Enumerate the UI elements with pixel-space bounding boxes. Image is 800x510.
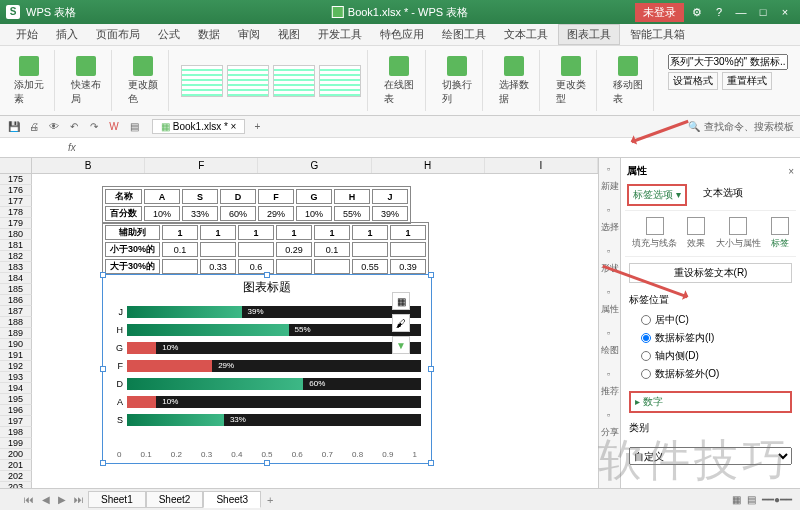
data-table-2[interactable]: 辅助列1111111小于30%的0.10.290.1大于30%的0.330.60… xyxy=(102,222,429,277)
doc-title: Book1.xlsx * - WPS 表格 xyxy=(348,5,468,20)
ruler-icon[interactable]: ▤ xyxy=(126,119,142,135)
side-分享[interactable]: ▫分享 xyxy=(601,410,619,439)
fx-icon[interactable]: fx xyxy=(60,142,84,153)
app-logo: S xyxy=(6,5,20,19)
chart-title[interactable]: 图表标题 xyxy=(103,275,431,300)
side-新建[interactable]: ▫新建 xyxy=(601,164,619,193)
undo-icon[interactable]: ↶ xyxy=(66,119,82,135)
col-headers: BFGHI xyxy=(0,158,598,174)
help-icon[interactable]: ? xyxy=(710,6,728,18)
workbook-tab[interactable]: ▦ Book1.xlsx * × xyxy=(152,119,245,134)
chart-styles-button[interactable]: 🖌 xyxy=(392,314,410,332)
preview-icon[interactable]: 👁 xyxy=(46,119,62,135)
side-绘图[interactable]: ▫绘图 xyxy=(601,328,619,357)
minimize-button[interactable]: — xyxy=(732,6,750,18)
zoom-slider[interactable]: ━━●━━ xyxy=(762,494,792,505)
sheet-nav-prev[interactable]: ◀ xyxy=(38,494,54,505)
chart-filter-button[interactable]: ▼ xyxy=(392,336,410,354)
label-pos-0[interactable]: 居中(C) xyxy=(629,311,792,329)
side-选择[interactable]: ▫选择 xyxy=(601,205,619,234)
select-data-button[interactable]: 选择数据 xyxy=(495,54,533,108)
chart-elements-button[interactable]: ▦ xyxy=(392,292,410,310)
chart-side-tools: ▦ 🖌 ▼ xyxy=(392,292,412,354)
series-selector[interactable] xyxy=(668,54,788,70)
settings-icon[interactable]: ⚙ xyxy=(688,6,706,19)
redo-icon[interactable]: ↷ xyxy=(86,119,102,135)
prop-icon-效果[interactable]: 效果 xyxy=(687,217,705,250)
ribbon: 添加元素 快速布局 更改颜色 在线图表 切换行列 选择数据 更改类型 移动图表 … xyxy=(0,46,800,116)
menu-开发工具[interactable]: 开发工具 xyxy=(310,25,370,44)
side-属性[interactable]: ▫属性 xyxy=(601,287,619,316)
label-options-tab[interactable]: 标签选项 ▾ xyxy=(627,184,687,206)
side-icon-bar: ▫新建▫选择▫形状▫属性▫绘图▫推荐▫分享 xyxy=(598,158,620,496)
new-tab-button[interactable]: + xyxy=(249,119,265,135)
chart-x-axis: 00.10.20.30.40.50.60.70.80.91 xyxy=(103,450,431,459)
menu-开始[interactable]: 开始 xyxy=(8,25,46,44)
chart-plot-area[interactable]: J39%H55%G10%F29%D60%A10%S33% xyxy=(103,300,431,450)
category-label: 类别 xyxy=(629,421,792,435)
sheet-tab-Sheet1[interactable]: Sheet1 xyxy=(88,491,146,508)
titlebar: S WPS 表格 Book1.xlsx * - WPS 表格 未登录 ⚙ ? —… xyxy=(0,0,800,24)
menu-数据[interactable]: 数据 xyxy=(190,25,228,44)
menu-智能工具箱[interactable]: 智能工具箱 xyxy=(622,25,693,44)
change-color-button[interactable]: 更改颜色 xyxy=(124,54,162,108)
quick-access-toolbar: 💾 🖨 👁 ↶ ↷ W ▤ ▦ Book1.xlsx * × + 🔍 查找命令、… xyxy=(0,116,800,138)
side-推荐[interactable]: ▫推荐 xyxy=(601,369,619,398)
prop-icon-填充与线条[interactable]: 填充与线条 xyxy=(632,217,677,250)
doc-icon xyxy=(332,6,344,18)
number-section[interactable]: ▸ 数字 xyxy=(629,391,792,413)
format-category-select[interactable]: 自定义 xyxy=(629,447,792,465)
menu-审阅[interactable]: 审阅 xyxy=(230,25,268,44)
row-headers: 1751761771781791801811821831841851861871… xyxy=(0,174,32,493)
label-pos-2[interactable]: 轴内侧(D) xyxy=(629,347,792,365)
add-sheet-button[interactable]: + xyxy=(261,494,279,506)
change-type-button[interactable]: 更改类型 xyxy=(552,54,590,108)
move-chart-button[interactable]: 移动图表 xyxy=(609,54,647,108)
menu-页面布局[interactable]: 页面布局 xyxy=(88,25,148,44)
w-icon[interactable]: W xyxy=(106,119,122,135)
switch-rowcol-button[interactable]: 切换行列 xyxy=(438,54,476,108)
menu-插入[interactable]: 插入 xyxy=(48,25,86,44)
menu-公式[interactable]: 公式 xyxy=(150,25,188,44)
sheet-nav-last[interactable]: ⏭ xyxy=(70,494,88,505)
command-search[interactable]: 🔍 查找命令、搜索模板 xyxy=(688,120,794,134)
view-normal-icon[interactable]: ▦ xyxy=(732,494,741,505)
prop-icon-大小与属性[interactable]: 大小与属性 xyxy=(716,217,761,250)
quick-layout-button[interactable]: 快速布局 xyxy=(67,54,105,108)
sheet-tabs: ⏮ ◀ ▶ ⏭ Sheet1Sheet2Sheet3 + xyxy=(0,491,280,508)
sheet-area[interactable]: BFGHI 1751761771781791801811821831841851… xyxy=(0,158,598,496)
sheet-tab-Sheet2[interactable]: Sheet2 xyxy=(146,491,204,508)
login-button[interactable]: 未登录 xyxy=(635,3,684,22)
menu-图表工具[interactable]: 图表工具 xyxy=(558,24,620,45)
reset-style-button[interactable]: 重置样式 xyxy=(722,72,772,90)
text-options-tab[interactable]: 文本选项 xyxy=(699,184,747,206)
app-name: WPS 表格 xyxy=(26,5,76,20)
label-pos-3[interactable]: 数据标签外(O) xyxy=(629,365,792,383)
reset-label-button[interactable]: 重设标签文本(R) xyxy=(629,263,792,283)
props-close-button[interactable]: × xyxy=(788,166,794,177)
sheet-tab-Sheet3[interactable]: Sheet3 xyxy=(203,491,261,508)
maximize-button[interactable]: □ xyxy=(754,6,772,18)
sheet-nav-first[interactable]: ⏮ xyxy=(20,494,38,505)
print-icon[interactable]: 🖨 xyxy=(26,119,42,135)
format-button[interactable]: 设置格式 xyxy=(668,72,718,90)
label-position-title: 标签位置 xyxy=(629,293,792,307)
view-page-icon[interactable]: ▤ xyxy=(747,494,756,505)
close-button[interactable]: × xyxy=(776,6,794,18)
menu-特色应用[interactable]: 特色应用 xyxy=(372,25,432,44)
chart-style-gallery[interactable] xyxy=(181,65,361,97)
menu-视图[interactable]: 视图 xyxy=(270,25,308,44)
chart-object[interactable]: 图表标题 J39%H55%G10%F29%D60%A10%S33% 00.10.… xyxy=(102,274,432,464)
save-icon[interactable]: 💾 xyxy=(6,119,22,135)
side-形状[interactable]: ▫形状 xyxy=(601,246,619,275)
prop-icon-标签[interactable]: 标签 xyxy=(771,217,789,250)
data-table-1[interactable]: 名称ASDFGHJ百分数10%33%60%29%10%55%39% xyxy=(102,186,411,224)
sheet-nav-next[interactable]: ▶ xyxy=(54,494,70,505)
online-chart-button[interactable]: 在线图表 xyxy=(380,54,418,108)
menu-文本工具[interactable]: 文本工具 xyxy=(496,25,556,44)
props-title: 属性 xyxy=(627,164,647,178)
add-element-button[interactable]: 添加元素 xyxy=(10,54,48,108)
menubar: 开始插入页面布局公式数据审阅视图开发工具特色应用绘图工具文本工具图表工具智能工具… xyxy=(0,24,800,46)
menu-绘图工具[interactable]: 绘图工具 xyxy=(434,25,494,44)
label-pos-1[interactable]: 数据标签内(I) xyxy=(629,329,792,347)
